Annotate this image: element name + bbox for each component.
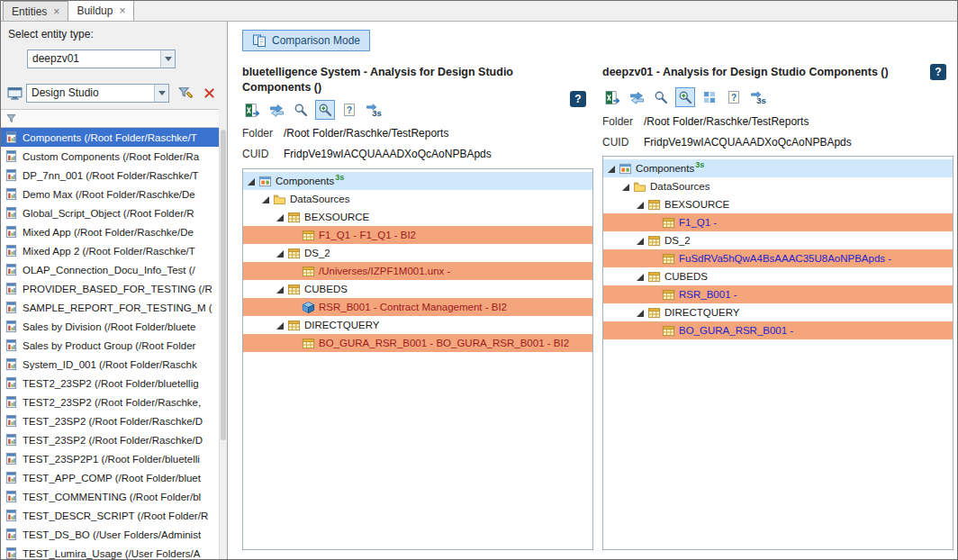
expand-arrow-icon[interactable] [636, 273, 644, 281]
tree-node[interactable]: DIRECTQUERY [243, 316, 592, 334]
tree-node-label: DIRECTQUERY [664, 307, 740, 318]
tree-node[interactable]: DS_2 [243, 244, 592, 262]
tree-node[interactable]: BO_GURA_RSR_B001 - [603, 321, 953, 339]
tree-node-label: DataSources [650, 181, 709, 192]
tree-node[interactable]: /Universes/IZPF1M001.unx - [243, 262, 592, 280]
tree-node[interactable]: DIRECTQUERY [603, 303, 953, 321]
entity-list-item[interactable]: Demo Max (/Root Folder/Raschke/De [1, 185, 219, 203]
tree-node[interactable]: BO_GURA_RSR_B001 - BO_GURA_RSR_B001 - BI… [243, 334, 592, 352]
tree-node[interactable]: BEXSOURCE [243, 208, 592, 226]
help-button[interactable]: ? [930, 64, 946, 80]
entity-list-item[interactable]: PROVIDER_BASED_FOR_TESTING (/R [1, 279, 219, 298]
entity-list-item[interactable]: Sales by Product Group (/Root Folder [1, 336, 219, 355]
svg-text:?: ? [731, 93, 737, 103]
toolbar-button[interactable] [315, 100, 335, 120]
tree-node[interactable]: FuSdRVa5hQwA4BsAAAC35U8AoNPBApds - [603, 249, 953, 267]
filter-row[interactable] [1, 109, 219, 128]
expand-arrow-icon[interactable] [621, 183, 629, 191]
entity-list-item[interactable]: System_ID_001 (/Root Folder/Raschk [1, 355, 219, 374]
entity-list-item[interactable]: Global_Script_Object (/Root Folder/R [1, 203, 219, 222]
entity-list-item[interactable]: TEST_23SP2 (/Root Folder/Raschke/D [1, 430, 219, 449]
entity-list-item[interactable]: TEST_23SP2P1 (/Root Folder/bluetelli [1, 449, 219, 468]
tree-node-label: BEXSOURCE [304, 212, 369, 222]
entity-list-item[interactable]: OLAP_Connection_Docu_Info_Test (/ [1, 260, 219, 279]
toolbar-button[interactable] [675, 87, 695, 107]
cuid-row: CUID FridpVe19wIACQUAAADXoQcAoNPBApds [242, 148, 492, 160]
entity-list-item[interactable]: Sales by Division (/Root Folder/bluete [1, 317, 219, 336]
close-icon[interactable]: × [53, 6, 59, 17]
expand-arrow-icon[interactable] [247, 177, 255, 185]
entity-label: Sales by Product Group (/Root Folder [23, 340, 195, 351]
expand-arrow-icon[interactable] [636, 309, 644, 317]
expand-arrow-icon[interactable] [607, 165, 615, 173]
tree-node[interactable]: CUBEDS [243, 280, 592, 298]
entity-list-item[interactable]: TEST_COMMENTING (/Root Folder/bl [1, 487, 219, 506]
tree-node-label: DS_2 [304, 248, 330, 258]
toolbar-button[interactable] [291, 100, 311, 120]
report-icon [4, 509, 18, 523]
entity-list-item[interactable]: TEST2_23SP2 (/Root Folder/Raschke, [1, 393, 219, 411]
toolbar-button[interactable] [651, 87, 671, 107]
report-icon [4, 433, 18, 447]
expand-arrow-icon[interactable] [261, 195, 269, 203]
expand-arrow-icon[interactable] [276, 249, 284, 257]
sidebar-scrollbar[interactable] [219, 128, 227, 559]
chevron-down-icon[interactable] [160, 50, 175, 68]
toolbar-button[interactable] [267, 100, 286, 120]
entity-list-item[interactable]: TEST_DS_BO (/User Folders/Administ [1, 525, 219, 544]
comparison-mode-label: Comparison Mode [272, 34, 360, 47]
toolbar-button[interactable]: 3s [748, 87, 768, 107]
expand-arrow-icon[interactable] [276, 285, 284, 294]
entity-list-item[interactable]: Custom Components (/Root Folder/Ra [1, 147, 219, 166]
toolbar-button[interactable]: ? [724, 87, 744, 107]
toolbar-button[interactable] [602, 87, 622, 107]
expand-arrow-icon[interactable] [636, 201, 644, 209]
tree-node[interactable]: RSR_B001 - Contract Management - BI2 [243, 298, 592, 316]
scrollbar-thumb[interactable] [221, 130, 226, 440]
tree-node[interactable]: F1_Q1 - F1_Q1 - BI2 [243, 226, 592, 244]
close-icon[interactable]: × [119, 5, 125, 16]
app-window: Entities × Buildup × Select entity type:… [0, 0, 958, 560]
tree-node[interactable]: BEXSOURCE [603, 195, 953, 213]
system-dropdown[interactable]: deepzv01 [27, 50, 176, 68]
entity-list-item[interactable]: SAMPLE_REPORT_FOR_TESTING_M ( [1, 298, 219, 317]
tree-node[interactable]: DS_2 [603, 231, 953, 249]
toolbar-button[interactable] [627, 87, 646, 107]
edit-filter-button[interactable] [176, 83, 196, 104]
tab[interactable]: Buildup × [68, 0, 134, 21]
comparison-mode-button[interactable]: Comparison Mode [242, 30, 370, 51]
tree-node[interactable]: CUBEDS [603, 267, 953, 285]
component-tree: Components 3s DataSources BEXSOURCE [242, 168, 593, 550]
expand-arrow-icon[interactable] [636, 237, 644, 245]
tree-node[interactable]: DataSources [603, 177, 953, 195]
expand-arrow-icon[interactable] [276, 213, 284, 221]
entity-list-item[interactable]: TEST_23SP2 (/Root Folder/Raschke/D [1, 411, 219, 430]
clear-filter-button[interactable] [199, 83, 220, 104]
expand-arrow-icon[interactable] [276, 321, 284, 330]
left-compare-panel: bluetelligence System - Analysis for Des… [242, 58, 593, 550]
entity-list-item[interactable]: TEST_DESCR_SCRIPT (/Root Folder/R [1, 506, 219, 525]
entity-list-item[interactable]: TEST_Lumira_Usage (/User Folders/A [1, 544, 219, 559]
toolbar-button[interactable] [242, 100, 262, 120]
tab[interactable]: Entities × [3, 1, 68, 21]
tree-node[interactable]: RSR_B001 - [603, 285, 953, 303]
tree-node[interactable]: Components 3s [603, 159, 953, 177]
panel-title: deepzv01 - Analysis for Design Studio Co… [602, 65, 922, 80]
entity-list-item[interactable]: TEST_APP_COMP (/Root Folder/bluet [1, 468, 219, 487]
report-icon [4, 244, 18, 258]
entity-list-item[interactable]: DP_7nn_001 (/Root Folder/Raschke/T [1, 166, 219, 185]
entity-list-item[interactable]: Mixed App (/Root Folder/Raschke/De [1, 222, 219, 241]
chevron-down-icon[interactable] [154, 85, 168, 102]
entity-list-item[interactable]: Mixed App 2 (/Root Folder/Raschke/T [1, 241, 219, 260]
toolbar-button[interactable] [700, 87, 719, 107]
tree-node[interactable]: DataSources [243, 190, 592, 208]
report-icon [4, 149, 18, 164]
entity-type-dropdown[interactable]: Design Studio [26, 84, 169, 103]
help-button[interactable]: ? [570, 91, 586, 107]
toolbar-button[interactable]: 3s [364, 100, 384, 120]
tree-node[interactable]: Components 3s [243, 172, 592, 190]
toolbar-button[interactable]: ? [339, 100, 359, 120]
tree-node[interactable]: F1_Q1 - [603, 213, 953, 231]
entity-list-item[interactable]: TEST2_23SP2 (/Root Folder/bluetellig [1, 374, 219, 393]
entity-list-item[interactable]: Components (/Root Folder/Raschke/T [1, 128, 219, 147]
